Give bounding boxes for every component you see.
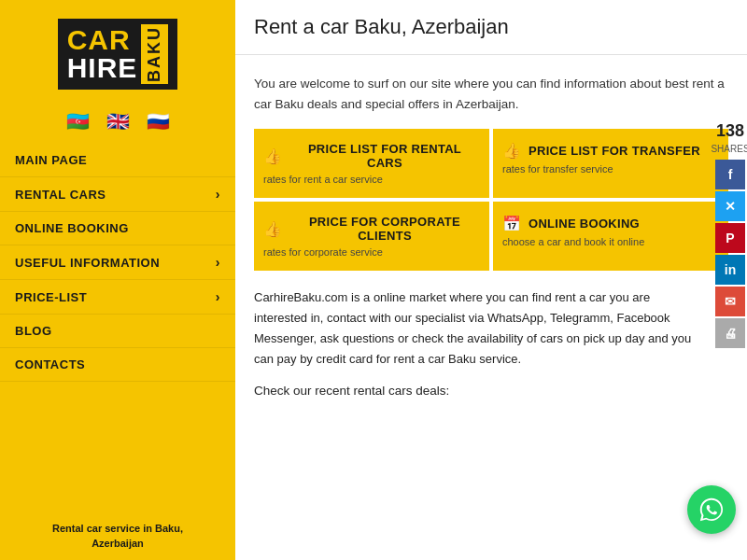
logo-box: CAR HIRE BAKU: [58, 19, 178, 90]
thumbs-up-icon: 👍: [502, 142, 521, 160]
share-twitter-btn[interactable]: ✕: [715, 191, 745, 221]
nav-main-page[interactable]: MAIN PAGE: [0, 144, 235, 177]
main-content: Rent a car Baku, Azerbaijan You are welc…: [235, 0, 747, 560]
body-text: CarhireBaku.com is a online market where…: [235, 274, 747, 379]
nav-menu: MAIN PAGE RENTAL CARS › ONLINE BOOKING U…: [0, 144, 235, 382]
btn-label: ONLINE BOOKING: [529, 217, 640, 231]
price-list-rental-btn[interactable]: 👍 PRICE LIST FOR RENTAL CARS rates for r…: [254, 129, 489, 198]
btn-inner: 👍 PRICE LIST FOR RENTAL CARS: [263, 142, 480, 170]
page-header: Rent a car Baku, Azerbaijan: [235, 0, 747, 55]
share-pinterest-btn[interactable]: P: [715, 223, 745, 253]
nav-rental-cars[interactable]: RENTAL CARS ›: [0, 177, 235, 212]
nav-blog[interactable]: BLOG: [0, 315, 235, 348]
online-booking-btn[interactable]: 📅 ONLINE BOOKING choose a car and book i…: [493, 202, 728, 271]
btn-inner: 👍 PRICE LIST FOR TRANSFER: [502, 142, 700, 160]
logo-area[interactable]: CAR HIRE BAKU: [0, 0, 235, 99]
share-email-btn[interactable]: ✉: [715, 287, 745, 316]
nav-contacts[interactable]: CONTACTS: [0, 348, 235, 382]
whatsapp-button[interactable]: [687, 485, 736, 534]
share-count: 138: [716, 121, 744, 142]
share-linkedin-btn[interactable]: in: [715, 255, 745, 285]
btn-label: PRICE FOR CORPORATE CLIENTS: [289, 215, 480, 243]
btn-label: PRICE LIST FOR RENTAL CARS: [289, 142, 480, 170]
logo-hire: HIRE: [67, 54, 138, 82]
page-title: Rent a car Baku, Azerbaijan: [254, 15, 728, 39]
intro-text: You are welcome to surf on our site wher…: [235, 64, 747, 129]
recent-deals: Check our recent rental cars deals:: [235, 380, 747, 407]
btn-sub: rates for rent a car service: [263, 170, 383, 192]
flag-gb[interactable]: 🇬🇧: [106, 110, 130, 133]
thumbs-up-icon: 👍: [263, 147, 282, 165]
flag-az[interactable]: 🇦🇿: [66, 110, 90, 133]
share-sidebar: 138 SHARES f ✕ P in ✉ 🖨: [713, 121, 747, 350]
share-facebook-btn[interactable]: f: [715, 160, 745, 189]
logo-baku: BAKU: [141, 24, 168, 84]
btn-label: PRICE LIST FOR TRANSFER: [529, 144, 700, 158]
btn-sub: choose a car and book it online: [502, 232, 644, 255]
flag-ru[interactable]: 🇷🇺: [147, 110, 170, 133]
share-label: SHARES: [711, 144, 747, 154]
flags-container: 🇦🇿 🇬🇧 🇷🇺: [66, 99, 170, 144]
sidebar-footer: Rental car service in Baku, Azerbaijan: [43, 507, 192, 551]
thumbs-up-icon: 👍: [263, 220, 282, 238]
share-print-btn[interactable]: 🖨: [715, 318, 745, 348]
chevron-right-icon: ›: [216, 255, 220, 270]
chevron-right-icon: ›: [216, 187, 220, 202]
price-corporate-btn[interactable]: 👍 PRICE FOR CORPORATE CLIENTS rates for …: [254, 202, 489, 271]
calendar-icon: 📅: [502, 215, 521, 232]
nav-useful-info[interactable]: USEFUL INFORMATION ›: [0, 245, 235, 280]
btn-inner: 📅 ONLINE BOOKING: [502, 215, 640, 232]
nav-online-booking[interactable]: ONLINE BOOKING: [0, 212, 235, 245]
sidebar: CAR HIRE BAKU 🇦🇿 🇬🇧 🇷🇺 MAIN PAGE RENTAL …: [0, 0, 235, 560]
action-grid: 👍 PRICE LIST FOR RENTAL CARS rates for r…: [235, 129, 747, 274]
btn-sub: rates for transfer service: [502, 160, 613, 182]
chevron-right-icon: ›: [216, 289, 220, 304]
btn-inner: 👍 PRICE FOR CORPORATE CLIENTS: [263, 215, 480, 243]
price-list-transfer-btn[interactable]: 👍 PRICE LIST FOR TRANSFER rates for tran…: [493, 129, 728, 198]
nav-price-list[interactable]: PRICE-LIST ›: [0, 280, 235, 315]
logo-car: CAR: [67, 26, 138, 54]
btn-sub: rates for corporate service: [263, 243, 383, 265]
